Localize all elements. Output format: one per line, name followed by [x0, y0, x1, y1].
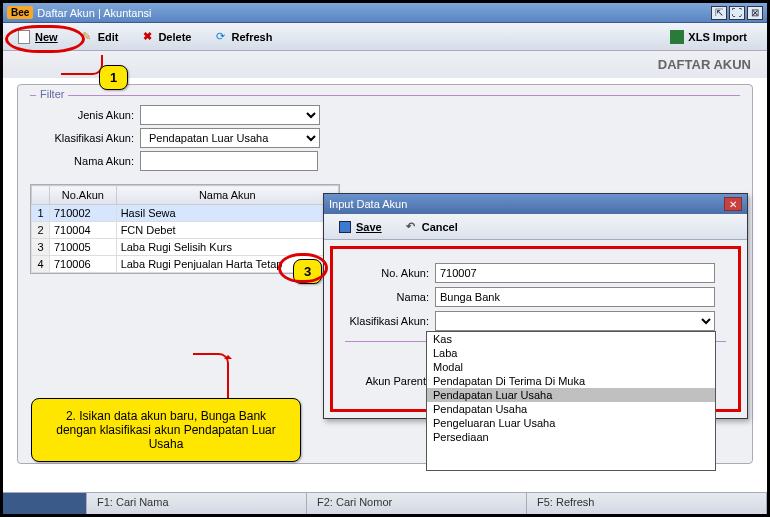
new-button[interactable]: New — [9, 28, 66, 46]
delete-button[interactable]: ✖ Delete — [132, 28, 199, 46]
dialog-toolbar: Save ↶ Cancel — [324, 214, 747, 240]
app-logo: Bee — [7, 6, 33, 19]
status-bar: F1: Cari Nama F2: Cari Nomor F5: Refresh — [3, 492, 767, 514]
no-akun-input-label: No. Akun: — [345, 267, 435, 279]
annotation-badge-1: 1 — [99, 65, 128, 90]
klasifikasi-akun-label: Klasifikasi Akun: — [30, 132, 140, 144]
window-titlebar: Bee Daftar Akun | Akuntansi ⇱ ⛶ ⊠ — [3, 3, 767, 23]
dropdown-item[interactable]: Pendapatan Di Terima Di Muka — [427, 374, 715, 388]
table-row[interactable]: 1 710002 Hasil Sewa — [32, 205, 339, 222]
filter-group: Filter Jenis Akun: Klasifikasi Akun: Pen… — [30, 95, 740, 176]
dropdown-item[interactable]: Pengeluaran Luar Usaha — [427, 416, 715, 430]
new-doc-icon — [17, 30, 31, 44]
table-row[interactable]: 2 710004 FCN Debet — [32, 222, 339, 239]
col-no-akun[interactable]: No.Akun — [50, 186, 117, 205]
cancel-button[interactable]: ↶ Cancel — [396, 218, 466, 236]
nama-akun-label: Nama Akun: — [30, 155, 140, 167]
dropdown-item[interactable]: Pendapatan Usaha — [427, 402, 715, 416]
save-button[interactable]: Save — [330, 218, 390, 236]
restore-icon[interactable]: ⇱ — [711, 6, 727, 20]
undo-icon: ↶ — [404, 220, 418, 234]
maximize-icon[interactable]: ⛶ — [729, 6, 745, 20]
status-f2: F2: Cari Nomor — [307, 493, 527, 514]
no-akun-input[interactable] — [435, 263, 715, 283]
status-f1: F1: Cari Nama — [87, 493, 307, 514]
jenis-akun-select[interactable] — [140, 105, 320, 125]
xls-icon — [670, 30, 684, 44]
akun-parent-label: Akun Parent: — [345, 375, 435, 387]
close-window-icon[interactable]: ⊠ — [747, 6, 763, 20]
col-row-num — [32, 186, 50, 205]
klasifikasi-input-label: Klasifikasi Akun: — [345, 315, 435, 327]
xls-import-button[interactable]: XLS Import — [662, 28, 755, 46]
klasifikasi-dropdown-list[interactable]: Kas Laba Modal Pendapatan Di Terima Di M… — [426, 331, 716, 471]
akun-table: No.Akun Nama Akun 1 710002 Hasil Sewa 2 … — [30, 184, 340, 274]
dialog-titlebar: Input Data Akun ✕ — [324, 194, 747, 214]
disk-icon — [338, 220, 352, 234]
dropdown-item[interactable]: Modal — [427, 360, 715, 374]
col-nama-akun[interactable]: Nama Akun — [116, 186, 338, 205]
jenis-akun-label: Jenis Akun: — [30, 109, 140, 121]
refresh-button[interactable]: ⟳ Refresh — [205, 28, 280, 46]
nama-input-label: Nama: — [345, 291, 435, 303]
status-cell-blank — [3, 493, 87, 514]
klasifikasi-input-select[interactable] — [435, 311, 715, 331]
pencil-icon: ✎ — [80, 30, 94, 44]
annotation-badge-3: 3 — [293, 259, 322, 284]
status-f5: F5: Refresh — [527, 493, 767, 514]
dropdown-item[interactable]: Kas — [427, 332, 715, 346]
nama-akun-input[interactable] — [140, 151, 318, 171]
dialog-close-icon[interactable]: ✕ — [724, 197, 742, 211]
main-toolbar: New ✎ Edit ✖ Delete ⟳ Refresh XLS Import — [3, 23, 767, 51]
dropdown-item[interactable]: Laba — [427, 346, 715, 360]
dropdown-item[interactable]: Pendapatan Luar Usaha — [427, 388, 715, 402]
delete-x-icon: ✖ — [140, 30, 154, 44]
window-title: Daftar Akun | Akuntansi — [37, 7, 709, 19]
klasifikasi-akun-select[interactable]: Pendapatan Luar Usaha — [140, 128, 320, 148]
dialog-title: Input Data Akun — [329, 198, 724, 210]
refresh-icon: ⟳ — [213, 30, 227, 44]
dropdown-item[interactable]: Persediaan — [427, 430, 715, 444]
nama-input[interactable] — [435, 287, 715, 307]
edit-button[interactable]: ✎ Edit — [72, 28, 127, 46]
filter-legend: Filter — [36, 88, 68, 100]
annotation-text-2: 2. Isikan data akun baru, Bunga Bank den… — [31, 398, 301, 462]
table-row[interactable]: 3 710005 Laba Rugi Selisih Kurs — [32, 239, 339, 256]
